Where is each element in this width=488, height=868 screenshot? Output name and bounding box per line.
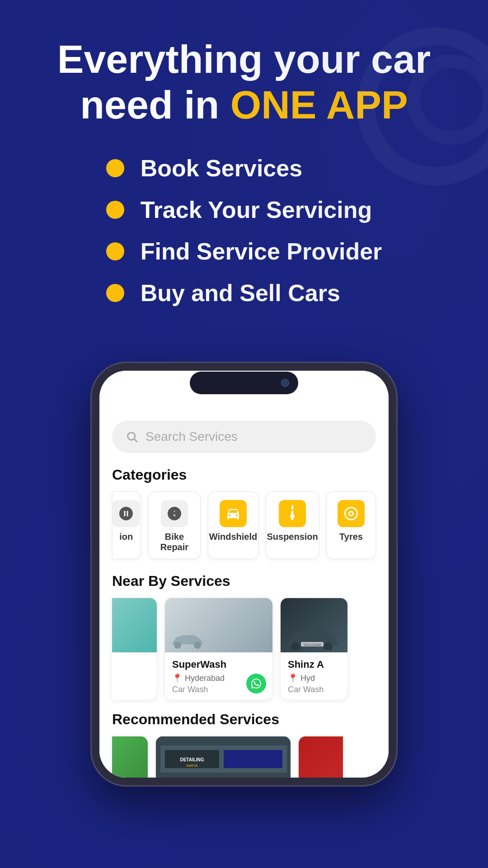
cat-label-suspension: Suspension — [267, 532, 318, 542]
nearby-scroll: SuperWash 📍 Hyderabad Car Wash — [99, 598, 389, 700]
feature-label-find: Find Service Provider — [141, 238, 382, 265]
hero-section: Everything your car need in ONE APP Book… — [0, 0, 488, 348]
nearby-header: Near By Services — [99, 573, 389, 590]
rec-card-image-detailing: DETAILING MAFIA — [156, 736, 291, 778]
hero-title-line2: need in — [80, 82, 230, 127]
feature-item-track: Track Your Servicing — [106, 196, 382, 223]
service-type-shinza: Car Wash — [288, 685, 340, 694]
cat-icon-tyres — [338, 500, 365, 527]
service-card-image-shinza: TS07JJ2000 — [281, 598, 347, 652]
cat-label-partial: ion — [119, 532, 133, 542]
cat-label-bike-repair: Bike Repair — [156, 532, 192, 552]
svg-text:MAFIA: MAFIA — [187, 764, 198, 768]
svg-text:DETAILING: DETAILING — [180, 757, 204, 762]
categories-scroll: ion — [99, 491, 389, 559]
cat-label-tyres: Tyres — [339, 532, 363, 542]
svg-point-7 — [174, 642, 181, 649]
bullet-dot-buy — [106, 284, 124, 302]
categories-header: Categories — [99, 467, 389, 483]
recommended-section: Recommended Services ash ng — [99, 711, 389, 778]
feature-item-buy: Buy and Sell Cars — [106, 279, 382, 307]
cat-icon-bike-repair — [161, 500, 188, 527]
feature-item-find: Find Service Provider — [106, 238, 382, 265]
feature-label-track: Track Your Servicing — [141, 196, 372, 223]
category-item-bike-repair[interactable]: Bike Repair — [148, 491, 200, 559]
cat-icon-suspension — [279, 500, 306, 527]
feature-label-book: Book Services — [141, 155, 302, 182]
recommended-scroll: ash ng — [99, 736, 389, 778]
phone-screen: Search Services Categories — [99, 371, 389, 778]
location-pin-superwash: 📍 — [172, 673, 182, 683]
service-card-body-shinza: Shinz A 📍 Hyd Car Wash — [281, 652, 347, 700]
hero-title-highlight: ONE APP — [230, 82, 408, 127]
svg-point-0 — [128, 433, 135, 440]
camera-cutout — [190, 372, 298, 394]
search-bar[interactable]: Search Services — [112, 420, 376, 453]
app-root: Everything your car need in ONE APP Book… — [0, 0, 488, 868]
location-pin-shinza: 📍 — [288, 673, 298, 683]
svg-text:TS07JJ2000: TS07JJ2000 — [303, 643, 321, 646]
cat-label-windshield: Windshield — [209, 532, 257, 542]
service-name-shinza: Shinz A — [288, 659, 340, 670]
svg-rect-6 — [291, 517, 294, 520]
categories-section: Categories — [99, 467, 389, 559]
cat-icon-windshield — [220, 500, 247, 527]
search-placeholder: Search Services — [145, 429, 238, 444]
service-name-superwash: SuperWash — [172, 659, 265, 670]
rec-partial-left[interactable]: ash ng — [112, 736, 148, 778]
bullet-dot-find — [106, 242, 124, 260]
svg-point-2 — [174, 513, 176, 515]
rec-partial-right[interactable] — [298, 736, 343, 778]
cat-icon-partial — [113, 500, 140, 527]
svg-point-8 — [194, 642, 201, 649]
rec-card-detailing-mafia[interactable]: DETAILING MAFIA The Detailing Mafia Niza… — [155, 736, 291, 778]
feature-item-book: Book Services — [106, 155, 382, 182]
bullet-dot-book — [106, 159, 124, 177]
search-icon — [126, 430, 138, 443]
category-item-partial[interactable]: ion — [112, 491, 141, 559]
recommended-header: Recommended Services — [99, 711, 389, 728]
phone-frame: Search Services Categories — [90, 362, 398, 787]
hero-title: Everything your car need in ONE APP — [36, 36, 452, 127]
nearby-left-partial[interactable] — [112, 598, 157, 700]
nearby-section: Near By Services — [99, 573, 389, 700]
service-location-shinza: 📍 Hyd — [288, 673, 340, 683]
hero-title-line1: Everything your car — [57, 37, 431, 81]
svg-rect-16 — [224, 750, 282, 768]
feature-label-buy: Buy and Sell Cars — [141, 279, 340, 307]
service-card-shinza[interactable]: TS07JJ2000 Shinz A 📍 Hyd Car Was — [280, 598, 348, 700]
phone-mockup: Search Services Categories — [90, 362, 398, 787]
app-content: Search Services Categories — [99, 371, 389, 778]
service-card-image-superwash — [165, 598, 272, 652]
location-text-shinza: Hyd — [300, 674, 315, 683]
svg-line-1 — [134, 439, 137, 442]
category-item-tyres[interactable]: Tyres — [326, 491, 376, 559]
features-list: Book Services Track Your Servicing Find … — [106, 155, 382, 321]
location-text-superwash: Hyderabad — [185, 674, 225, 683]
category-item-suspension[interactable]: Suspension — [266, 491, 319, 559]
svg-rect-3 — [291, 505, 294, 510]
camera-dot — [281, 379, 289, 387]
bullet-dot-track — [106, 201, 124, 219]
service-card-superwash[interactable]: SuperWash 📍 Hyderabad Car Wash — [164, 598, 273, 700]
category-item-windshield[interactable]: Windshield — [208, 491, 259, 559]
